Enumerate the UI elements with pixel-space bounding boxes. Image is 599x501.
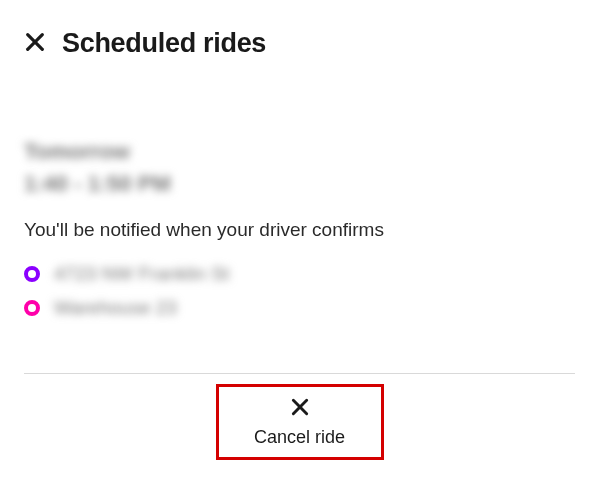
dropoff-dot-icon: [24, 300, 40, 316]
cancel-ride-button[interactable]: Cancel ride: [216, 384, 384, 460]
ride-card: Tomorrow 1:40 - 1:50 PM You'll be notifi…: [24, 139, 575, 355]
close-icon[interactable]: [24, 30, 46, 58]
pickup-row: 4723 NW Franklin St: [24, 263, 575, 285]
cancel-icon: [290, 397, 310, 421]
pickup-address: 4723 NW Franklin St: [54, 263, 229, 285]
ride-time-window: 1:40 - 1:50 PM: [24, 171, 575, 197]
ride-status-text: You'll be notified when your driver conf…: [24, 219, 575, 241]
dropoff-row: Warehouse 23: [24, 297, 575, 319]
footer: Cancel ride: [24, 374, 575, 460]
scheduled-rides-panel: Scheduled rides Tomorrow 1:40 - 1:50 PM …: [0, 0, 599, 460]
ride-date: Tomorrow: [24, 139, 575, 165]
dropoff-address: Warehouse 23: [54, 297, 177, 319]
cancel-label: Cancel ride: [254, 427, 345, 448]
page-title: Scheduled rides: [62, 28, 266, 59]
pickup-dot-icon: [24, 266, 40, 282]
header: Scheduled rides: [24, 28, 575, 59]
